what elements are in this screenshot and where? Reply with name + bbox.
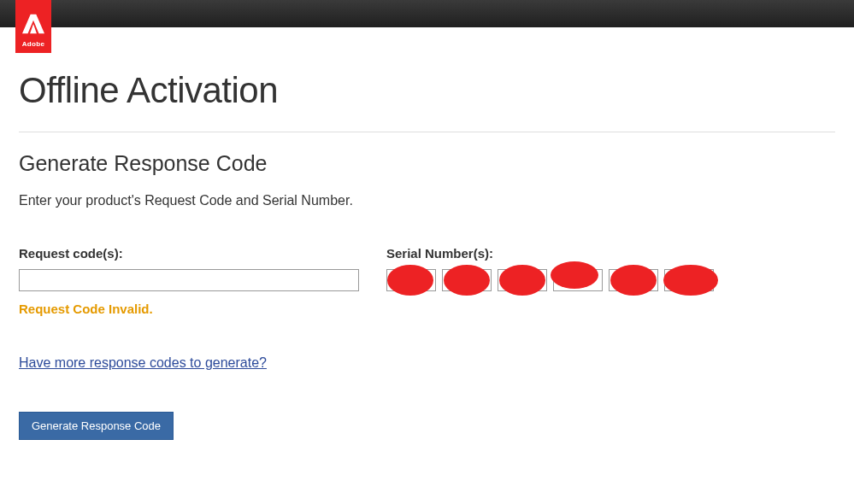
- redaction-mark: [387, 265, 433, 296]
- serial-segment-5[interactable]: [609, 269, 658, 291]
- more-codes-link[interactable]: Have more response codes to generate?: [19, 355, 267, 371]
- redaction-mark: [499, 265, 545, 296]
- serial-segment-3[interactable]: [498, 269, 547, 291]
- section-heading: Generate Response Code: [19, 151, 835, 176]
- serial-segment-1[interactable]: [386, 269, 436, 291]
- request-code-input[interactable]: [19, 269, 359, 291]
- adobe-logo: Adobe: [15, 0, 51, 53]
- adobe-logo-text: Adobe: [22, 40, 44, 48]
- serial-segment-2[interactable]: [442, 269, 492, 291]
- request-code-error: Request Code Invalid.: [19, 302, 361, 316]
- serial-segment-6[interactable]: [664, 269, 714, 291]
- request-code-label: Request code(s):: [19, 246, 361, 261]
- form-row: Request code(s): Request Code Invalid. S…: [19, 246, 835, 316]
- top-bar: [0, 0, 854, 27]
- generate-response-code-button[interactable]: Generate Response Code: [19, 412, 174, 440]
- instruction-text: Enter your product's Request Code and Se…: [19, 193, 835, 208]
- request-code-column: Request code(s): Request Code Invalid.: [19, 246, 361, 316]
- serial-segment-4[interactable]: [553, 269, 603, 291]
- redaction-mark: [663, 265, 718, 296]
- serial-boxes: [386, 269, 835, 291]
- redaction-mark: [610, 265, 657, 296]
- redaction-mark: [444, 265, 490, 296]
- redaction-mark: [551, 261, 598, 289]
- divider: [19, 132, 835, 132]
- serial-number-column: Serial Number(s):: [386, 246, 835, 316]
- page-title: Offline Activation: [19, 70, 835, 111]
- adobe-a-icon: [22, 7, 44, 40]
- serial-number-label: Serial Number(s):: [386, 246, 835, 261]
